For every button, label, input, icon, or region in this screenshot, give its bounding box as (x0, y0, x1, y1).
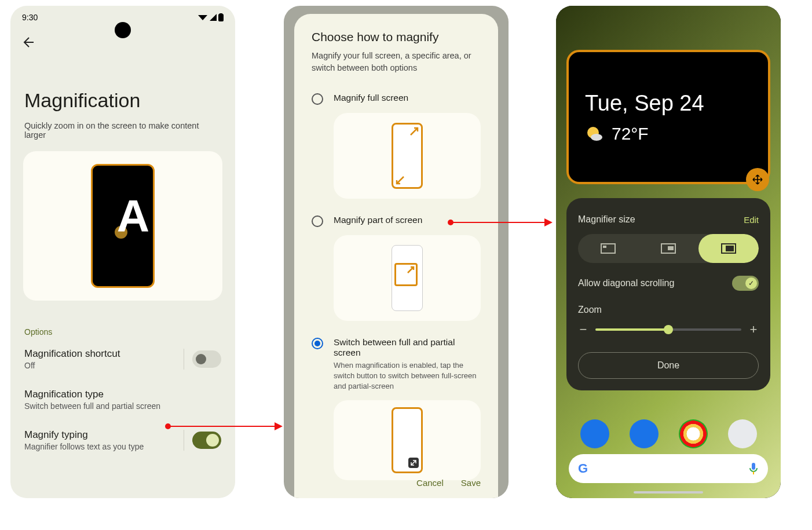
zoom-slider[interactable] (595, 328, 741, 331)
options-section-label: Options (10, 303, 235, 339)
dialog-sheet: Choose how to magnify Magnify your full … (294, 14, 498, 498)
option-label: Magnify full screen (334, 93, 408, 103)
option-preview (334, 113, 481, 199)
page-title: Magnification (10, 54, 235, 116)
svg-rect-6 (752, 463, 755, 470)
clock: 9:30 (22, 13, 38, 22)
radio[interactable] (312, 215, 323, 227)
option-switch-both[interactable]: Switch between full and partial screen W… (312, 331, 481, 396)
expand-icon (396, 176, 405, 185)
setting-sub: Magnifier follows text as you type (24, 441, 144, 451)
expand-icon (407, 266, 415, 274)
back-arrow-icon (22, 36, 35, 49)
magnifier-overlay-screen: 12:00 5G Tue, Sep 24 72°F Magnifier size… (556, 6, 781, 498)
magnification-type-row[interactable]: Magnification type Switch between full a… (10, 379, 235, 420)
setting-title: Magnification shortcut (24, 348, 120, 360)
preview-switch (392, 407, 423, 473)
signal-icon (209, 13, 217, 21)
size-large-selected[interactable] (698, 234, 759, 263)
expand-icon (409, 127, 419, 136)
move-icon (752, 174, 763, 185)
svg-rect-1 (220, 13, 222, 14)
temperature: 72°F (612, 124, 649, 144)
dialog-title: Choose how to magnify (312, 30, 481, 50)
zoom-slider-row: − + (578, 315, 759, 343)
settings-magnification-screen: 9:30 Magnification Quickly zoom in on th… (10, 6, 235, 498)
move-handle[interactable] (746, 168, 769, 191)
phone-app[interactable] (580, 419, 609, 448)
camera-app[interactable] (728, 419, 757, 448)
zoom-in-button[interactable]: + (748, 322, 759, 337)
magnification-preview: A (23, 151, 222, 301)
preview-partial (392, 245, 423, 311)
widget-weather: 72°F (585, 116, 752, 144)
weather-icon (585, 125, 603, 143)
size-medium[interactable] (638, 234, 698, 263)
magnifier-window[interactable]: Tue, Sep 24 72°F (566, 50, 770, 184)
partial-window (394, 263, 418, 286)
nav-bar[interactable] (634, 491, 703, 494)
radio-selected[interactable] (312, 338, 323, 349)
setting-title: Magnify typing (24, 429, 144, 441)
flow-arrow-2 (451, 222, 551, 223)
size-large-icon (721, 243, 736, 254)
option-full-screen[interactable]: Magnify full screen (312, 87, 481, 108)
svg-rect-0 (218, 14, 224, 21)
status-icons (197, 13, 224, 21)
option-preview (334, 235, 481, 321)
diagonal-scroll-label: Allow diagonal scrolling (578, 278, 674, 288)
size-small[interactable] (578, 234, 638, 263)
option-label: Magnify part of screen (334, 215, 422, 225)
cancel-button[interactable]: Cancel (416, 478, 444, 488)
radio[interactable] (312, 93, 323, 105)
magnification-shortcut-row[interactable]: Magnification shortcut Off (10, 339, 235, 379)
camera-cutout (115, 22, 131, 38)
dialog-description: Magnify your full screen, a specific are… (312, 50, 481, 87)
app-dock (556, 419, 781, 448)
chrome-app[interactable] (679, 419, 708, 448)
size-small-icon (601, 243, 616, 254)
magnifier-settings-panel: Magnifier size Edit Allow diagonal scrol… (566, 198, 770, 390)
svg-point-5 (591, 134, 602, 141)
setting-sub: Switch between full and partial screen (24, 400, 160, 411)
magnify-typing-toggle[interactable] (192, 432, 221, 449)
shortcut-toggle[interactable] (192, 350, 221, 368)
slider-thumb[interactable] (664, 325, 673, 334)
save-button[interactable]: Save (461, 478, 481, 488)
battery-icon (218, 13, 224, 21)
setting-title: Magnification type (24, 389, 160, 400)
switch-badge (408, 458, 419, 468)
zoom-out-button[interactable]: − (578, 322, 588, 337)
page-subtitle: Quickly zoom in on the screen to make co… (10, 116, 235, 149)
flow-arrow-1 (168, 426, 281, 427)
preview-phone: A (91, 164, 155, 288)
done-button[interactable]: Done (578, 352, 759, 379)
divider (184, 349, 184, 370)
setting-sub: Off (24, 360, 120, 370)
zoom-label: Zoom (578, 293, 759, 315)
preview-letter: A (117, 190, 149, 243)
size-medium-icon (661, 243, 676, 254)
mic-icon[interactable] (748, 462, 759, 475)
panel-title: Magnifier size (578, 214, 635, 225)
switch-icon (411, 460, 416, 466)
diagonal-scroll-toggle[interactable] (732, 276, 759, 291)
size-segmented-control[interactable] (578, 234, 759, 263)
option-label: Switch between full and partial screen (334, 337, 481, 358)
option-desc: When magnification is enabled, tap the s… (334, 358, 481, 392)
google-logo-icon: G (578, 461, 588, 476)
messages-app[interactable] (630, 419, 659, 448)
preview-full (392, 123, 423, 189)
option-part-screen[interactable]: Magnify part of screen (312, 209, 481, 231)
magnify-type-dialog-screen: Choose how to magnify Magnify your full … (284, 6, 509, 498)
widget-date: Tue, Sep 24 (585, 91, 752, 116)
slider-fill (595, 328, 668, 331)
edit-button[interactable]: Edit (744, 215, 759, 225)
divider (184, 430, 184, 451)
search-bar[interactable]: G (569, 454, 768, 483)
wifi-icon (197, 13, 208, 21)
option-preview (334, 400, 481, 480)
